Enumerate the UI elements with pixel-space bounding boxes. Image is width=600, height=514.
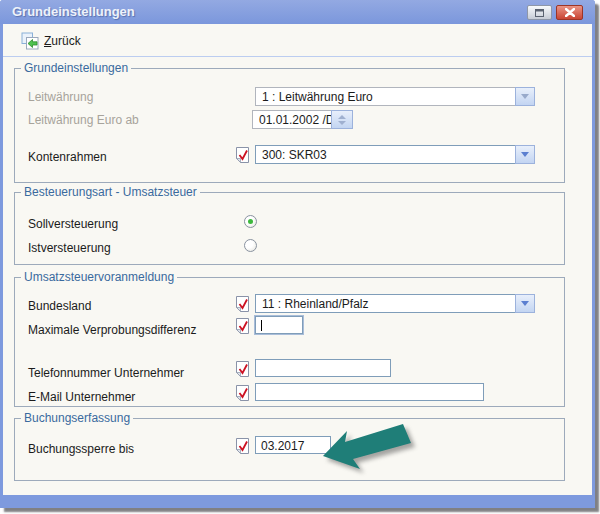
- buchungssperre-check-icon[interactable]: [235, 437, 250, 455]
- kontenrahmen-label: Kontenrahmen: [28, 150, 107, 164]
- titlebar[interactable]: Grundeinstellungen: [0, 0, 595, 24]
- text-caret: [261, 320, 262, 331]
- section-title: Besteuerungsart - Umsatzsteuer: [21, 185, 200, 199]
- section-buchungserfassung: Buchungserfassung Buchungssperre bis 03.…: [14, 418, 565, 481]
- spin-down-icon: [338, 121, 346, 125]
- bundesland-label: Bundesland: [28, 299, 91, 313]
- restore-button[interactable]: [527, 5, 552, 20]
- verprobungsdifferenz-label: Maximale Verprobungsdifferenz: [28, 323, 197, 337]
- telefonnummer-check-icon[interactable]: [235, 360, 250, 378]
- leitwaehrung-euro-ab-label: Leitwährung Euro ab: [28, 113, 139, 127]
- chevron-down-icon: [521, 152, 529, 157]
- sollversteuerung-label: Sollversteuerung: [28, 217, 118, 231]
- kontenrahmen-dropdown[interactable]: 300: SKR03: [255, 145, 535, 164]
- section-besteuerungsart: Besteuerungsart - Umsatzsteuer Sollverst…: [14, 192, 565, 265]
- chevron-down-icon: [521, 94, 529, 99]
- window-title: Grundeinstellungen: [12, 4, 135, 19]
- kontenrahmen-check-icon[interactable]: [235, 146, 250, 164]
- istversteuerung-radio[interactable]: [244, 239, 257, 252]
- toolbar: Zurück: [3, 24, 592, 57]
- section-umsatzsteuervoranmeldung: Umsatzsteuervoranmeldung Bundesland 11 :…: [14, 277, 565, 407]
- section-title: Buchungserfassung: [21, 411, 133, 425]
- verprobungsdifferenz-check-icon[interactable]: [235, 317, 250, 335]
- section-title: Grundeinstellungen: [21, 61, 131, 75]
- telefonnummer-label: Telefonnummer Unternehmer: [28, 366, 184, 380]
- chevron-down-icon: [521, 301, 529, 306]
- annotation-arrow-icon: [319, 420, 419, 476]
- kontenrahmen-value[interactable]: 300: SKR03: [255, 145, 515, 164]
- leitwaehrung-dropdown: 1 : Leitwährung Euro: [255, 87, 535, 106]
- kontenrahmen-dropdown-button[interactable]: [515, 145, 535, 164]
- section-title: Umsatzsteuervoranmeldung: [21, 270, 177, 284]
- bundesland-dropdown[interactable]: 11 : Rheinland/Pfalz: [255, 294, 535, 313]
- radio-selected-dot: [248, 219, 253, 224]
- telefonnummer-input[interactable]: [255, 359, 391, 377]
- leitwaehrung-euro-ab-spinner: 01.01.2002 /Di: [252, 110, 353, 129]
- restore-icon: [535, 9, 544, 17]
- email-check-icon[interactable]: [235, 384, 250, 402]
- bundesland-check-icon[interactable]: [235, 295, 250, 313]
- spinner-buttons: [331, 110, 353, 129]
- leitwaehrung-dropdown-button: [515, 87, 535, 106]
- back-button-label: Zurück: [44, 34, 81, 48]
- close-button[interactable]: [556, 5, 583, 20]
- close-icon: [565, 8, 575, 17]
- back-icon: [21, 32, 39, 50]
- email-input[interactable]: [255, 383, 484, 401]
- verprobungsdifferenz-input[interactable]: [255, 316, 303, 334]
- bundesland-value[interactable]: 11 : Rheinland/Pfalz: [255, 294, 515, 313]
- section-grundeinstellungen: Grundeinstellungen Leitwährung 1 : Leitw…: [14, 68, 565, 183]
- buchungssperre-label: Buchungssperre bis: [28, 442, 134, 456]
- spin-up-icon: [338, 115, 346, 119]
- settings-window: Grundeinstellungen Zurück Grundeinstellu…: [0, 0, 595, 508]
- istversteuerung-label: Istversteuerung: [28, 241, 111, 255]
- email-label: E-Mail Unternehmer: [28, 390, 135, 404]
- bundesland-dropdown-button[interactable]: [515, 294, 535, 313]
- sollversteuerung-radio[interactable]: [244, 215, 257, 228]
- leitwaehrung-value: 1 : Leitwährung Euro: [255, 87, 515, 106]
- leitwaehrung-label: Leitwährung: [28, 90, 93, 104]
- leitwaehrung-euro-ab-value: 01.01.2002 /Di: [252, 110, 331, 129]
- back-button[interactable]: Zurück: [17, 30, 85, 52]
